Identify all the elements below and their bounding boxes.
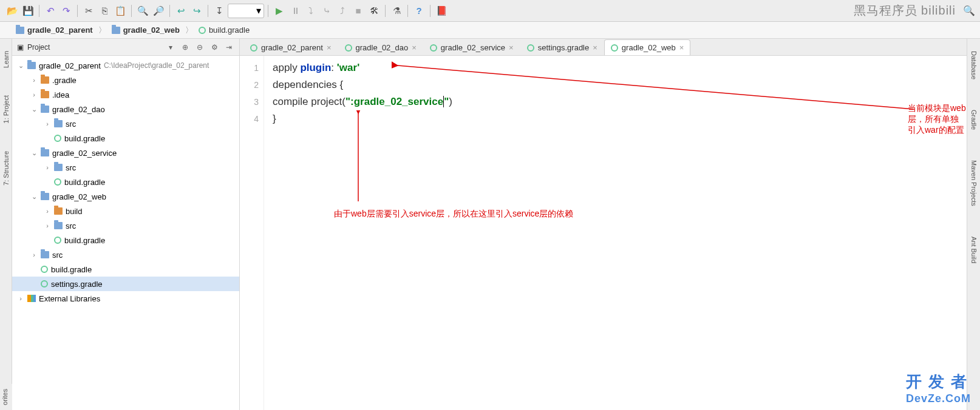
profile-icon[interactable]: ⚗ bbox=[389, 4, 404, 18]
twistie-icon[interactable]: › bbox=[44, 207, 51, 215]
structure-tool[interactable]: 7: Structure bbox=[2, 151, 10, 186]
tree-row[interactable]: build.gradle bbox=[12, 175, 239, 189]
save-icon[interactable]: 💾 bbox=[21, 4, 35, 18]
open-icon[interactable]: 📂 bbox=[5, 4, 19, 18]
twistie-icon[interactable]: ⌄ bbox=[30, 193, 38, 201]
twistie-icon[interactable]: › bbox=[44, 164, 51, 171]
twistie-icon[interactable]: › bbox=[30, 251, 38, 258]
editor-tab[interactable]: settings.gradle× bbox=[520, 39, 604, 55]
twistie-icon[interactable]: › bbox=[30, 91, 38, 98]
redo-icon[interactable]: ↷ bbox=[59, 4, 73, 18]
editor-tabs: gradle_02_parent×gradle_02_dao×gradle_02… bbox=[240, 39, 967, 56]
stepout-icon[interactable]: ⤴ bbox=[335, 4, 350, 18]
twistie-icon[interactable]: ⌄ bbox=[30, 149, 38, 157]
tree-row[interactable]: build.gradle bbox=[12, 262, 239, 277]
gradle-tool[interactable]: Gradle bbox=[970, 110, 978, 130]
right-tool-strip: Database Gradle Maven Projects Ant Build bbox=[967, 39, 980, 410]
editor-tab[interactable]: gradle_02_parent× bbox=[243, 39, 338, 55]
tree-row[interactable]: ⌄gradle_02_service bbox=[12, 146, 239, 160]
twistie-icon[interactable]: ⌄ bbox=[17, 62, 24, 70]
gradle-icon bbox=[54, 135, 61, 142]
stepin-icon[interactable]: ⤷ bbox=[319, 4, 334, 18]
back-icon[interactable]: ↩ bbox=[174, 4, 188, 18]
tree-label: build.gradle bbox=[64, 178, 105, 187]
twistie-icon[interactable]: ⌄ bbox=[30, 106, 38, 113]
maven-tool[interactable]: Maven Projects bbox=[970, 160, 978, 206]
editconfig-icon[interactable]: 🛠 bbox=[367, 4, 381, 18]
run-icon[interactable]: ▶ bbox=[272, 4, 287, 18]
separator bbox=[77, 5, 78, 17]
crumb-web[interactable]: gradle_02_web bbox=[108, 25, 183, 35]
tree-row[interactable]: ›src bbox=[12, 218, 239, 233]
dropdown-icon[interactable]: ▾ bbox=[165, 42, 176, 53]
project-tree[interactable]: ⌄gradle_02_parent C:\IdeaProject\gradle_… bbox=[12, 56, 239, 410]
copy-icon[interactable]: ⎘ bbox=[97, 4, 112, 18]
tree-row[interactable]: ›.idea bbox=[12, 87, 239, 102]
tree-row[interactable]: settings.gradle bbox=[12, 277, 239, 291]
close-icon[interactable]: × bbox=[509, 43, 514, 52]
tab-label: gradle_02_dao bbox=[356, 43, 409, 52]
tree-row[interactable]: ›build bbox=[12, 204, 239, 218]
cut-icon[interactable]: ✂ bbox=[81, 4, 96, 18]
code-editor[interactable]: 1 2 3 4 apply plugin: 'war' dependencies… bbox=[240, 56, 967, 410]
separator bbox=[39, 5, 39, 17]
search-icon[interactable]: 🔍 bbox=[963, 5, 975, 16]
run-config-combo[interactable]: ▾ bbox=[228, 4, 264, 18]
help-icon[interactable]: ? bbox=[412, 4, 426, 18]
tree-label: gradle_02_parent bbox=[39, 61, 101, 70]
tree-row[interactable]: ⌄gradle_02_web bbox=[12, 189, 239, 204]
stepover-icon[interactable]: ⤵ bbox=[304, 4, 318, 18]
tree-label: gradle_02_service bbox=[52, 149, 117, 158]
collapse-icon[interactable]: ⊖ bbox=[194, 42, 205, 53]
tree-label: build.gradle bbox=[51, 265, 92, 274]
favorites-tool[interactable]: orites bbox=[0, 384, 12, 410]
gradle-icon bbox=[41, 266, 48, 273]
tree-row[interactable]: ›src bbox=[12, 160, 239, 175]
forward-icon[interactable]: ↪ bbox=[189, 4, 204, 18]
close-icon[interactable]: × bbox=[412, 43, 417, 52]
gear-icon[interactable]: ⚙ bbox=[209, 42, 220, 53]
project-tool[interactable]: 1: Project bbox=[2, 95, 10, 123]
tree-row[interactable]: ⌄gradle_02_dao bbox=[12, 102, 239, 116]
separator bbox=[169, 5, 170, 17]
tree-row[interactable]: ⌄gradle_02_parent C:\IdeaProject\gradle_… bbox=[12, 58, 239, 73]
undo-icon[interactable]: ↶ bbox=[43, 4, 58, 18]
editor-tab[interactable]: gradle_02_web× bbox=[604, 39, 691, 55]
folder-icon bbox=[41, 91, 49, 98]
crumb-parent[interactable]: gradle_02_parent bbox=[12, 25, 97, 35]
stop-icon[interactable]: ■ bbox=[351, 4, 366, 18]
folder-icon bbox=[27, 62, 36, 69]
exit-icon[interactable]: 📕 bbox=[434, 4, 449, 18]
database-tool[interactable]: Database bbox=[970, 51, 978, 79]
paste-icon[interactable]: 📋 bbox=[113, 4, 128, 18]
twistie-icon[interactable]: › bbox=[44, 120, 51, 127]
tree-row[interactable]: ›src bbox=[12, 116, 239, 131]
zoomout-icon[interactable]: 🔎 bbox=[151, 4, 166, 18]
library-icon bbox=[27, 295, 36, 302]
tree-row[interactable]: ›External Libraries bbox=[12, 291, 239, 306]
ant-tool[interactable]: Ant Build bbox=[970, 237, 978, 263]
close-icon[interactable]: × bbox=[593, 43, 597, 52]
tree-row[interactable]: ›.gradle bbox=[12, 73, 239, 87]
crumb-file[interactable]: build.gradle bbox=[195, 25, 253, 35]
close-icon[interactable]: × bbox=[327, 43, 332, 52]
twistie-icon[interactable]: › bbox=[30, 76, 38, 84]
tree-row[interactable]: build.gradle bbox=[12, 131, 239, 146]
close-icon[interactable]: × bbox=[679, 43, 684, 52]
twistie-icon[interactable]: › bbox=[17, 295, 24, 302]
editor-tab[interactable]: gradle_02_dao× bbox=[338, 39, 423, 55]
tree-row[interactable]: build.gradle bbox=[12, 233, 239, 247]
tree-row[interactable]: ›src bbox=[12, 247, 239, 262]
hide-icon[interactable]: ⇥ bbox=[223, 42, 234, 53]
debug-icon[interactable]: ⏸ bbox=[288, 4, 302, 18]
project-panel: ▣ Project ▾ ⊕ ⊖ ⚙ ⇥ ⌄gradle_02_parent C:… bbox=[12, 39, 240, 410]
target-icon[interactable]: ⊕ bbox=[180, 42, 191, 53]
gradle-icon bbox=[250, 44, 257, 52]
panel-title: Project bbox=[27, 43, 50, 52]
code-content[interactable]: apply plugin: 'war' dependencies { compi… bbox=[264, 56, 967, 410]
learn-tool[interactable]: Learn bbox=[2, 51, 10, 68]
zoomin-icon[interactable]: 🔍 bbox=[135, 4, 150, 18]
sort-icon[interactable]: ↧ bbox=[212, 4, 226, 18]
twistie-icon[interactable]: › bbox=[44, 222, 51, 229]
editor-tab[interactable]: gradle_02_service× bbox=[423, 39, 520, 55]
